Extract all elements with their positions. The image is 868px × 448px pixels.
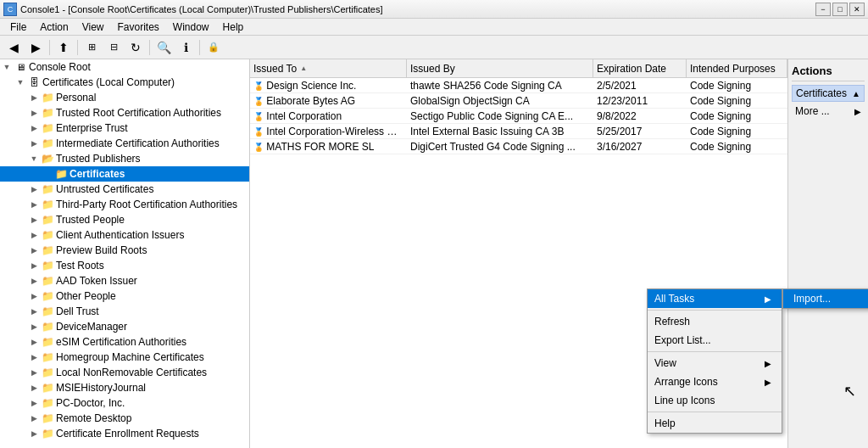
col-issued-by[interactable]: Issued By	[407, 59, 593, 78]
tree-icon-cert-enrollment: 📁	[41, 428, 54, 440]
col-exp-date[interactable]: Expiration Date	[593, 59, 687, 78]
ctx-item-arrange-icons[interactable]: Arrange Icons▶	[648, 372, 782, 391]
tree-icon-trusted-publishers: 📂	[41, 153, 54, 165]
ctx-item-view[interactable]: View▶	[648, 354, 782, 372]
minimize-button[interactable]: −	[815, 3, 831, 16]
tree-item-pc-doctor[interactable]: ▶📁PC-Doctor, Inc.	[0, 395, 249, 411]
table-row[interactable]: 🏅 Intel Corporation-Wireless Con...Intel…	[250, 124, 787, 139]
tree-item-msie-history[interactable]: ▶📁MSIEHistoryJournal	[0, 380, 249, 395]
tree-expander-personal[interactable]: ▶	[27, 93, 41, 102]
menu-item-action[interactable]: Action	[33, 20, 75, 35]
tree-item-intermediate[interactable]: ▶📁Intermediate Certification Authorities	[0, 136, 249, 151]
tree-expander-homegroup[interactable]: ▶	[27, 353, 41, 361]
tree-label-homegroup: Homegroup Machine Certificates	[54, 351, 204, 363]
tree-label-personal: Personal	[54, 92, 96, 104]
tree-item-other-people[interactable]: ▶📁Other People	[0, 288, 249, 304]
ctx-sep-1	[648, 310, 782, 311]
tree-item-cert-enrollment[interactable]: ▶📁Certificate Enrollment Requests	[0, 426, 249, 441]
table-row[interactable]: 🏅 Design Science Inc.thawte SHA256 Code …	[250, 78, 787, 93]
menu-item-view[interactable]: View	[75, 20, 111, 35]
more-action[interactable]: More ... ▶	[792, 104, 865, 119]
tree-icon-pc-doctor: 📁	[41, 397, 54, 409]
cert-icon-button[interactable]: 🔒	[203, 38, 224, 57]
tree-expander-test-roots[interactable]: ▶	[27, 261, 41, 270]
search-button[interactable]: 🔍	[153, 38, 174, 57]
tree-item-homegroup[interactable]: ▶📁Homegroup Machine Certificates	[0, 350, 249, 365]
tree-item-certs-local[interactable]: ▼🗄Certificates (Local Computer)	[0, 75, 249, 90]
tree-expander-aad-token[interactable]: ▶	[27, 277, 41, 285]
tree-expander-msie-history[interactable]: ▶	[27, 384, 41, 392]
ctx-item-all-tasks[interactable]: All Tasks▶	[648, 289, 782, 308]
tree-item-device-manager[interactable]: ▶📁DeviceManager	[0, 319, 249, 334]
tree-expander-console-root[interactable]: ▼	[0, 63, 14, 71]
info-button[interactable]: ℹ	[175, 38, 196, 57]
tree-item-aad-token[interactable]: ▶📁AAD Token Issuer	[0, 273, 249, 288]
tree-item-remote-desktop[interactable]: ▶📁Remote Desktop	[0, 411, 249, 426]
close-button[interactable]: ✕	[849, 3, 865, 16]
menu-item-favorites[interactable]: Favorites	[111, 20, 166, 35]
tree-expander-client-auth[interactable]: ▶	[27, 231, 41, 239]
tree-item-third-party[interactable]: ▶📁Third-Party Root Certification Authori…	[0, 197, 249, 212]
tree-expander-trusted-publishers[interactable]: ▼	[27, 154, 41, 163]
tree-label-certs-local: Certificates (Local Computer)	[41, 76, 175, 88]
tree-expander-device-manager[interactable]: ▶	[27, 322, 41, 331]
table-row[interactable]: 🏅 MATHS FOR MORE SLDigiCert Trusted G4 C…	[250, 139, 787, 154]
tree-item-client-auth[interactable]: ▶📁Client Authentication Issuers	[0, 227, 249, 243]
col-issued-to[interactable]: Issued To ▲	[250, 59, 407, 78]
tree-item-enterprise-trust[interactable]: ▶📁Enterprise Trust	[0, 120, 249, 136]
show-hide-button[interactable]: ⊞	[81, 38, 102, 57]
tree-item-trusted-publishers[interactable]: ▼📂Trusted Publishers	[0, 151, 249, 166]
tree-expander-third-party[interactable]: ▶	[27, 200, 41, 209]
col-purposes[interactable]: Intended Purposes	[687, 59, 787, 78]
up-button[interactable]: ⬆	[53, 38, 74, 57]
tree-expander-cert-enrollment[interactable]: ▶	[27, 429, 41, 438]
ctx-item-export-list[interactable]: Export List...	[648, 331, 782, 350]
table-row[interactable]: 🏅 Elaborate Bytes AGGlobalSign ObjectSig…	[250, 93, 787, 109]
menu-item-help[interactable]: Help	[216, 20, 251, 35]
tree-item-trusted-root[interactable]: ▶📁Trusted Root Certification Authorities	[0, 105, 249, 120]
tree-item-esim[interactable]: ▶📁eSIM Certification Authorities	[0, 334, 249, 350]
tree-expander-dell-trust[interactable]: ▶	[27, 307, 41, 316]
tree-icon-third-party: 📁	[41, 199, 54, 210]
tree-item-trusted-people[interactable]: ▶📁Trusted People	[0, 212, 249, 227]
tree-item-test-roots[interactable]: ▶📁Test Roots	[0, 258, 249, 273]
ctx-item-help[interactable]: Help	[648, 414, 782, 433]
ctx-item-refresh[interactable]: Refresh	[648, 312, 782, 331]
tree-icon-trusted-people: 📁	[41, 214, 54, 226]
menu-item-window[interactable]: Window	[166, 20, 216, 35]
tree-item-dell-trust[interactable]: ▶📁Dell Trust	[0, 304, 249, 319]
tree-item-certificates[interactable]: 📁Certificates	[0, 166, 249, 182]
tree-item-console-root[interactable]: ▼🖥Console Root	[0, 59, 249, 75]
more-arrow-icon: ▶	[854, 107, 861, 116]
tree-item-personal[interactable]: ▶📁Personal	[0, 90, 249, 105]
tree-expander-esim[interactable]: ▶	[27, 338, 41, 346]
tree-expander-certs-local[interactable]: ▼	[14, 78, 27, 87]
actions-title: Actions	[792, 63, 865, 81]
certificates-action[interactable]: Certificates ▲	[792, 85, 865, 102]
back-button[interactable]: ◀	[3, 38, 24, 57]
ctx-arrow-arrange-icons: ▶	[765, 378, 771, 387]
tree-expander-local-non-removable[interactable]: ▶	[27, 368, 41, 377]
tree-item-preview-build[interactable]: ▶📁Preview Build Roots	[0, 243, 249, 258]
ctx-item-line-up-icons[interactable]: Line up Icons	[648, 391, 782, 410]
refresh-button[interactable]: ↻	[125, 38, 146, 57]
tree-expander-trusted-root[interactable]: ▶	[27, 109, 41, 117]
tree-expander-intermediate[interactable]: ▶	[27, 139, 41, 148]
tree-expander-other-people[interactable]: ▶	[27, 292, 41, 300]
tree-item-untrusted[interactable]: ▶📁Untrusted Certificates	[0, 182, 249, 197]
table-row[interactable]: 🏅 Intel CorporationSectigo Public Code S…	[250, 109, 787, 124]
tree-expander-pc-doctor[interactable]: ▶	[27, 399, 41, 407]
tree-label-test-roots: Test Roots	[54, 260, 104, 272]
submenu-item-import[interactable]: Import...	[783, 289, 868, 308]
properties-button[interactable]: ⊟	[103, 38, 124, 57]
menu-item-file[interactable]: File	[3, 20, 33, 35]
tree-expander-trusted-people[interactable]: ▶	[27, 216, 41, 224]
forward-button[interactable]: ▶	[25, 38, 46, 57]
tree-item-local-non-removable[interactable]: ▶📁Local NonRemovable Certificates	[0, 365, 249, 380]
maximize-button[interactable]: □	[832, 3, 848, 16]
tree-expander-remote-desktop[interactable]: ▶	[27, 414, 41, 423]
tree-expander-preview-build[interactable]: ▶	[27, 246, 41, 255]
tree-expander-enterprise-trust[interactable]: ▶	[27, 124, 41, 132]
tree-expander-untrusted[interactable]: ▶	[27, 185, 41, 193]
tree-panel: ▼🖥Console Root▼🗄Certificates (Local Comp…	[0, 59, 250, 448]
